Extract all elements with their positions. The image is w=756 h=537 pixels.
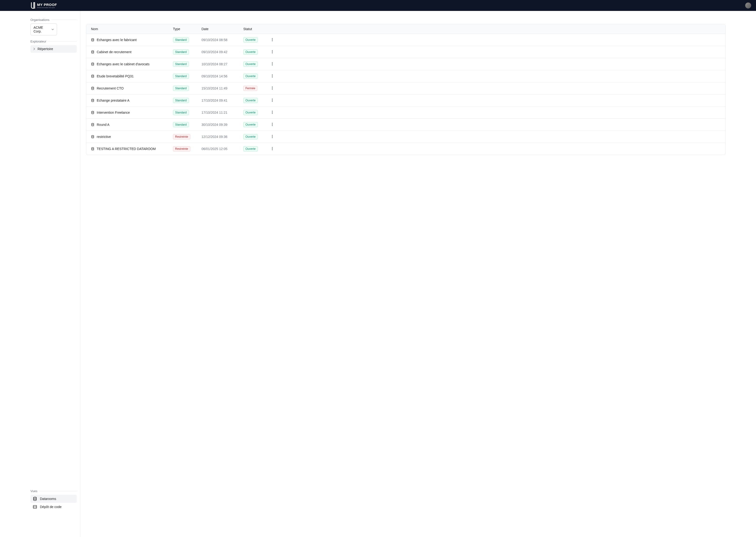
main-content: Nom Type Date Statut Echanges avec le fa… bbox=[80, 11, 756, 537]
cell-name: restrictive bbox=[91, 135, 173, 139]
vues-label: Vues bbox=[30, 489, 37, 493]
tree-item-label: Répertoire bbox=[37, 47, 53, 51]
cell-date: 09/10/2024 14:56 bbox=[201, 74, 243, 78]
cell-type: Standard bbox=[173, 49, 201, 55]
cell-type: Standard bbox=[173, 110, 201, 115]
cell-name: TESTING A RESTRICTED DATAROOM bbox=[91, 147, 173, 151]
table-row[interactable]: Echange prestataire A Standard 17/10/202… bbox=[86, 95, 725, 106]
status-badge: Ouverte bbox=[243, 37, 258, 43]
cell-name: Cabinet de recrutement bbox=[91, 50, 173, 54]
column-header-date[interactable]: Date bbox=[201, 27, 243, 31]
status-badge: Ouverte bbox=[243, 74, 258, 79]
row-name-text: Echanges avec le fabricant bbox=[97, 38, 137, 42]
cell-status: Ouverte bbox=[243, 98, 269, 103]
column-header-actions bbox=[269, 27, 274, 31]
table-row[interactable]: Echanges avec le cabinet d'avocats Stand… bbox=[86, 58, 725, 70]
table-row[interactable]: Cabinet de recrutement Standard 09/10/20… bbox=[86, 46, 725, 58]
table-row[interactable]: Intervention Freelance Standard 17/10/20… bbox=[86, 106, 725, 119]
more-menu-icon[interactable] bbox=[270, 74, 274, 78]
cell-status: Ouverte bbox=[243, 110, 269, 115]
cell-type: Restreinte bbox=[173, 134, 201, 139]
cell-name: Echanges avec le cabinet d'avocats bbox=[91, 62, 173, 66]
column-header-type[interactable]: Type bbox=[173, 27, 201, 31]
more-menu-icon[interactable] bbox=[270, 62, 274, 66]
cell-actions bbox=[269, 50, 274, 54]
table-row[interactable]: restrictive Restreinte 12/12/2024 09:36 … bbox=[86, 131, 725, 143]
type-badge: Restreinte bbox=[173, 134, 190, 139]
more-menu-icon[interactable] bbox=[270, 98, 274, 102]
table-row[interactable]: Etude brevetabilité PQ31 Standard 09/10/… bbox=[86, 70, 725, 82]
more-menu-icon[interactable] bbox=[270, 135, 274, 139]
type-badge: Standard bbox=[173, 49, 189, 55]
more-menu-icon[interactable] bbox=[270, 38, 274, 42]
database-icon bbox=[91, 62, 94, 66]
database-icon bbox=[91, 147, 94, 150]
more-menu-icon[interactable] bbox=[270, 110, 274, 114]
cell-type: Standard bbox=[173, 62, 201, 67]
row-name-text: restrictive bbox=[97, 135, 111, 139]
more-menu-icon[interactable] bbox=[270, 147, 274, 150]
database-icon bbox=[91, 99, 94, 102]
row-name-text: Intervention Freelance bbox=[97, 111, 130, 114]
logo-title: MY PROOF bbox=[37, 3, 57, 6]
cell-date: 12/12/2024 09:36 bbox=[201, 135, 243, 139]
explorer-label: Explorateur bbox=[30, 40, 46, 43]
organisations-label: Organisations bbox=[30, 18, 49, 21]
status-badge: Ouverte bbox=[243, 49, 258, 55]
row-name-text: Echange prestataire A bbox=[97, 99, 129, 102]
cell-date: 09/10/2024 09:42 bbox=[201, 50, 243, 54]
cell-date: 06/01/2025 12:05 bbox=[201, 147, 243, 151]
cell-actions bbox=[269, 147, 274, 151]
cell-type: Restreinte bbox=[173, 146, 201, 151]
table-row[interactable]: Recrutement CTO Standard 15/10/2024 11:4… bbox=[86, 82, 725, 95]
column-header-name[interactable]: Nom bbox=[91, 27, 173, 31]
more-menu-icon[interactable] bbox=[270, 50, 274, 54]
cell-date: 17/10/2024 09:41 bbox=[201, 99, 243, 102]
sidebar: Organisations ACME Corp. Explorateur Rép… bbox=[0, 11, 80, 537]
cell-actions bbox=[269, 122, 274, 127]
database-icon bbox=[91, 38, 94, 42]
table-row[interactable]: Echanges avec le fabricant Standard 09/1… bbox=[86, 34, 725, 46]
cell-date: 17/10/2024 11:21 bbox=[201, 111, 243, 114]
vue-item-database[interactable]: Datarooms bbox=[30, 495, 77, 503]
cell-actions bbox=[269, 98, 274, 103]
status-badge: Ouverte bbox=[243, 122, 258, 127]
cell-status: Ouverte bbox=[243, 37, 269, 43]
type-badge: Standard bbox=[173, 62, 189, 67]
logo-mark-icon bbox=[31, 2, 35, 9]
cell-status: Ouverte bbox=[243, 49, 269, 55]
cell-type: Standard bbox=[173, 74, 201, 79]
cell-status: Ouverte bbox=[243, 122, 269, 127]
more-menu-icon[interactable] bbox=[270, 86, 274, 90]
cell-name: Etude brevetabilité PQ31 bbox=[91, 74, 173, 78]
chevron-right-icon bbox=[33, 48, 36, 50]
vue-item-code[interactable]: Dépôt de code bbox=[30, 503, 77, 511]
cell-status: Ouverte bbox=[243, 62, 269, 67]
type-badge: Standard bbox=[173, 37, 189, 43]
database-icon bbox=[91, 135, 94, 139]
cell-date: 30/10/2024 09:39 bbox=[201, 123, 243, 127]
cell-type: Standard bbox=[173, 122, 201, 127]
status-badge: Ouverte bbox=[243, 110, 258, 115]
more-menu-icon[interactable] bbox=[270, 122, 274, 126]
cell-actions bbox=[269, 86, 274, 91]
cell-date: 15/10/2024 11:49 bbox=[201, 86, 243, 90]
row-name-text: Echanges avec le cabinet d'avocats bbox=[97, 62, 150, 66]
cell-actions bbox=[269, 38, 274, 42]
cell-name: Round A bbox=[91, 123, 173, 127]
row-name-text: Recrutement CTO bbox=[97, 86, 123, 90]
type-badge: Standard bbox=[173, 74, 189, 79]
type-badge: Standard bbox=[173, 110, 189, 115]
table-row[interactable]: Round A Standard 30/10/2024 09:39 Ouvert… bbox=[86, 119, 725, 131]
logo[interactable]: MY PROOF Shield and stream the spark bbox=[31, 2, 57, 9]
tree-item-root[interactable]: Répertoire bbox=[30, 45, 77, 53]
org-selector[interactable]: ACME Corp. bbox=[30, 23, 57, 35]
cell-type: Standard bbox=[173, 37, 201, 43]
table-row[interactable]: TESTING A RESTRICTED DATAROOM Restreinte… bbox=[86, 143, 725, 155]
type-badge: Standard bbox=[173, 122, 189, 127]
avatar[interactable] bbox=[745, 2, 751, 9]
type-badge: Restreinte bbox=[173, 146, 190, 151]
column-header-status[interactable]: Statut bbox=[243, 27, 269, 31]
database-icon bbox=[91, 74, 94, 78]
cell-status: Fermée bbox=[243, 86, 269, 91]
